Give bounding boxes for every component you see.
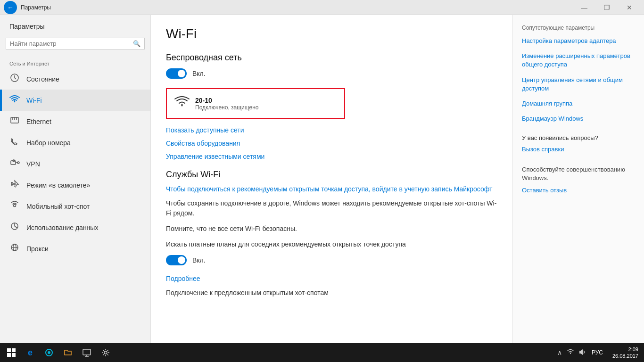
improve-section: Способствуйте совершенствованию Windows.… <box>522 165 635 195</box>
close-button[interactable]: ✕ <box>619 0 640 15</box>
page-title: Wi-Fi <box>166 26 497 41</box>
sidebar-item-vpn[interactable]: VPN <box>0 153 150 174</box>
wifi-icon <box>9 94 20 106</box>
wireless-toggle-row: Вкл. <box>166 68 497 79</box>
svg-rect-20 <box>83 349 91 355</box>
feedback-link[interactable]: Оставить отзыв <box>522 186 635 195</box>
search-icon: 🔍 <box>133 40 140 47</box>
wireless-section-title: Беспроводная сеть <box>166 53 497 63</box>
sidebar-item-wifi-label: Wi-Fi <box>26 97 42 104</box>
taskbar-settings-button[interactable] <box>96 343 115 362</box>
main-content: Wi-Fi Беспроводная сеть Вкл. 20-10 Подкл… <box>151 15 512 343</box>
related-settings-title: Сопутствующие параметры <box>522 25 635 31</box>
taskbar-files-button[interactable] <box>58 343 77 362</box>
back-icon: ← <box>7 4 14 11</box>
svg-rect-17 <box>12 353 16 357</box>
wireless-toggle-label: Вкл. <box>192 70 206 77</box>
wifi-services-title: Службы Wi-Fi <box>166 170 497 180</box>
sidebar-item-hotspot-label: Мобильный хот-спот <box>26 203 90 210</box>
sidebar-item-proxy-label: Прокси <box>26 245 49 253</box>
taskbar-tray: ∧ РУС <box>552 349 609 357</box>
tray-network-icon[interactable] <box>565 349 576 357</box>
maximize-button[interactable]: ❐ <box>596 0 618 15</box>
ethernet-icon <box>9 115 20 127</box>
minimize-button[interactable]: — <box>573 0 595 15</box>
network-card[interactable]: 20-10 Подключено, защищено <box>166 88 345 119</box>
wifi-body-text4: Подключение к предложенным открытым хот-… <box>166 288 497 298</box>
sidebar-item-wifi[interactable]: Wi-Fi <box>0 90 150 111</box>
tray-chevron-icon[interactable]: ∧ <box>556 349 563 356</box>
help-link[interactable]: Вызов справки <box>522 145 635 154</box>
search-box[interactable]: 🔍 <box>6 38 145 49</box>
sidebar-item-proxy[interactable]: Прокси <box>0 238 150 259</box>
questions-section: У вас появились вопросы? Вызов справки <box>522 134 635 154</box>
sidebar-item-airplane-label: Режим «в самолете» <box>26 181 90 189</box>
window-title: Параметры <box>21 4 573 11</box>
vpn-icon <box>9 158 20 170</box>
app-header: Параметры <box>0 15 150 34</box>
paid-plans-toggle-row: Вкл. <box>166 255 497 265</box>
wireless-toggle[interactable] <box>166 68 187 79</box>
app-title: Параметры <box>9 23 45 30</box>
clock-date: 26.08.2017 <box>612 353 638 359</box>
network-name: 20-10 <box>195 97 259 104</box>
back-button[interactable]: ← <box>4 1 17 14</box>
homegroup-link[interactable]: Домашняя группа <box>522 99 635 108</box>
sidebar-item-vpn-label: VPN <box>26 160 40 168</box>
network-info: 20-10 Подключено, защищено <box>195 97 259 111</box>
sidebar-item-ethernet[interactable]: Ethernet <box>0 111 150 132</box>
sidebar-item-hotspot[interactable]: Мобильный хот-спот <box>0 196 150 217</box>
proxy-icon <box>9 243 20 255</box>
details-link[interactable]: Подробнее <box>166 275 497 282</box>
wifi-body-text2: Помните, что не все сети Wi-Fi безопасны… <box>166 224 497 234</box>
sidebar-section-label: Сеть и Интернет <box>0 57 150 68</box>
sidebar-item-status-label: Состояние <box>26 75 59 83</box>
network-wifi-icon <box>174 95 190 112</box>
hotspot-icon <box>9 200 20 212</box>
airplane-icon <box>9 179 20 191</box>
taskbar-edge-button[interactable]: e <box>21 343 40 362</box>
improve-title: Способствуйте совершенствованию Windows. <box>522 165 635 182</box>
sidebar-item-airplane[interactable]: Режим «в самолете» <box>0 174 150 196</box>
start-button[interactable] <box>2 343 21 362</box>
svg-rect-16 <box>7 353 11 357</box>
sidebar-item-data-label: Использование данных <box>26 224 98 231</box>
taskbar: e ∧ РУС 2:09 26.08.2017 <box>0 343 644 362</box>
wifi-services-link[interactable]: Чтобы подключиться к рекомендуемым откры… <box>166 185 497 193</box>
sidebar-item-status[interactable]: Состояние <box>0 68 150 90</box>
dialup-icon <box>9 137 20 148</box>
taskbar-clock[interactable]: 2:09 26.08.2017 <box>609 346 642 360</box>
paid-plans-toggle-label: Вкл. <box>192 256 206 264</box>
tray-language-indicator[interactable]: РУС <box>590 349 605 356</box>
svg-rect-15 <box>12 348 16 352</box>
svg-marker-24 <box>579 349 583 355</box>
questions-title: У вас появились вопросы? <box>522 134 635 141</box>
firewall-link[interactable]: Брандмауэр Windows <box>522 115 635 123</box>
show-networks-link[interactable]: Показать доступные сети <box>166 126 497 134</box>
right-panel: Сопутствующие параметры Настройка параме… <box>512 15 644 343</box>
sharing-settings-link[interactable]: Изменение расширенных параметров общего … <box>522 52 635 69</box>
network-status: Подключено, защищено <box>195 104 259 111</box>
window-controls: — ❐ ✕ <box>573 0 640 15</box>
sidebar-item-dialup[interactable]: Набор номера <box>0 132 150 153</box>
search-input[interactable] <box>10 40 133 47</box>
sidebar-item-data[interactable]: Использование данных <box>0 217 150 238</box>
hardware-props-link[interactable]: Свойства оборудования <box>166 140 497 147</box>
maximize-icon: ❐ <box>604 4 610 11</box>
sidebar: Параметры 🔍 Сеть и Интернет Состояние Wi… <box>0 15 151 343</box>
status-icon <box>9 73 20 85</box>
svg-rect-14 <box>7 348 11 352</box>
tray-volume-icon[interactable] <box>578 349 588 357</box>
adapter-settings-link[interactable]: Настройка параметров адаптера <box>522 37 635 45</box>
taskbar-monitor-button[interactable] <box>77 343 96 362</box>
titlebar: ← Параметры — ❐ ✕ <box>0 0 644 15</box>
minimize-icon: — <box>581 4 587 11</box>
wifi-body-text1: Чтобы сохранить подключение в дороге, Wi… <box>166 198 497 218</box>
paid-plans-toggle[interactable] <box>166 255 187 265</box>
taskbar-app2-button[interactable] <box>40 343 58 362</box>
data-usage-icon <box>9 222 20 233</box>
network-center-link[interactable]: Центр управления сетями и общим доступом <box>522 76 635 93</box>
manage-networks-link[interactable]: Управление известными сетями <box>166 153 497 160</box>
svg-point-9 <box>14 205 16 207</box>
clock-time: 2:09 <box>612 346 638 353</box>
